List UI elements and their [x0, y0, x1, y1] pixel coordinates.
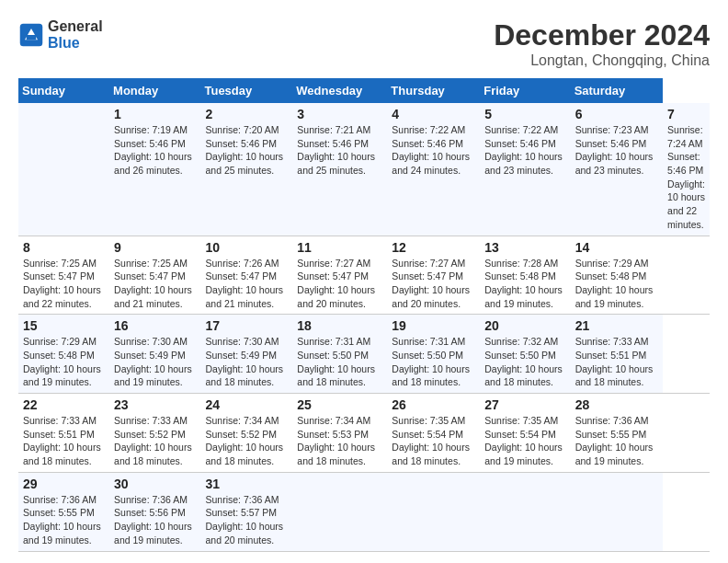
calendar-cell: 30Sunrise: 7:36 AM Sunset: 5:56 PM Dayli… — [109, 472, 200, 551]
calendar-cell: 20Sunrise: 7:32 AM Sunset: 5:50 PM Dayli… — [480, 315, 570, 394]
day-info: Sunrise: 7:33 AM Sunset: 5:51 PM Dayligh… — [23, 414, 105, 468]
day-info: Sunrise: 7:32 AM Sunset: 5:50 PM Dayligh… — [484, 335, 565, 389]
calendar-cell: 17Sunrise: 7:30 AM Sunset: 5:49 PM Dayli… — [200, 315, 292, 394]
calendar-cell — [292, 472, 387, 551]
day-info: Sunrise: 7:36 AM Sunset: 5:55 PM Dayligh… — [575, 414, 658, 468]
day-number: 31 — [205, 477, 288, 491]
day-number: 19 — [392, 318, 475, 333]
day-number: 18 — [297, 318, 382, 333]
day-info: Sunrise: 7:36 AM Sunset: 5:55 PM Dayligh… — [23, 493, 105, 547]
calendar-cell: 22Sunrise: 7:33 AM Sunset: 5:51 PM Dayli… — [18, 394, 109, 473]
day-number: 5 — [484, 107, 565, 121]
calendar-cell: 29Sunrise: 7:36 AM Sunset: 5:55 PM Dayli… — [18, 472, 109, 551]
day-info: Sunrise: 7:34 AM Sunset: 5:53 PM Dayligh… — [297, 414, 382, 468]
calendar-week-1: 1Sunrise: 7:19 AM Sunset: 5:46 PM Daylig… — [18, 103, 710, 236]
calendar-cell: 28Sunrise: 7:36 AM Sunset: 5:55 PM Dayli… — [571, 394, 663, 473]
day-info: Sunrise: 7:29 AM Sunset: 5:48 PM Dayligh… — [575, 257, 658, 311]
calendar-cell: 3Sunrise: 7:21 AM Sunset: 5:46 PM Daylig… — [292, 103, 387, 236]
page-header: General Blue December 2024 Longtan, Chon… — [18, 18, 710, 69]
day-info: Sunrise: 7:23 AM Sunset: 5:46 PM Dayligh… — [575, 123, 658, 178]
day-info: Sunrise: 7:25 AM Sunset: 5:47 PM Dayligh… — [114, 257, 196, 311]
calendar-cell: 11Sunrise: 7:27 AM Sunset: 5:47 PM Dayli… — [292, 236, 387, 315]
day-info: Sunrise: 7:30 AM Sunset: 5:49 PM Dayligh… — [205, 335, 288, 389]
day-info: Sunrise: 7:19 AM Sunset: 5:46 PM Dayligh… — [114, 123, 196, 178]
day-number: 23 — [114, 397, 196, 412]
day-number: 25 — [297, 397, 382, 412]
day-info: Sunrise: 7:26 AM Sunset: 5:47 PM Dayligh… — [205, 257, 288, 311]
calendar-cell: 26Sunrise: 7:35 AM Sunset: 5:54 PM Dayli… — [387, 394, 480, 473]
logo: General Blue — [18, 18, 103, 52]
calendar-cell: 31Sunrise: 7:36 AM Sunset: 5:57 PM Dayli… — [200, 472, 292, 551]
day-number: 1 — [114, 107, 196, 121]
day-info: Sunrise: 7:35 AM Sunset: 5:54 PM Dayligh… — [392, 414, 475, 468]
day-number: 8 — [23, 240, 105, 255]
day-number: 3 — [297, 107, 382, 121]
day-number: 12 — [392, 240, 475, 255]
calendar-cell: 10Sunrise: 7:26 AM Sunset: 5:47 PM Dayli… — [200, 236, 292, 315]
column-header-friday: Friday — [480, 78, 570, 103]
day-number: 9 — [114, 240, 196, 255]
calendar-cell: 13Sunrise: 7:28 AM Sunset: 5:48 PM Dayli… — [480, 236, 570, 315]
calendar-cell: 25Sunrise: 7:34 AM Sunset: 5:53 PM Dayli… — [292, 394, 387, 473]
location: Longtan, Chongqing, China — [494, 52, 710, 69]
calendar-cell: 1Sunrise: 7:19 AM Sunset: 5:46 PM Daylig… — [109, 103, 200, 236]
calendar-table: SundayMondayTuesdayWednesdayThursdayFrid… — [18, 78, 710, 552]
calendar-cell: 21Sunrise: 7:33 AM Sunset: 5:51 PM Dayli… — [571, 315, 663, 394]
day-info: Sunrise: 7:25 AM Sunset: 5:47 PM Dayligh… — [23, 257, 105, 311]
day-number: 28 — [575, 397, 658, 412]
day-number: 30 — [114, 477, 196, 491]
day-info: Sunrise: 7:36 AM Sunset: 5:56 PM Dayligh… — [114, 493, 196, 547]
column-header-tuesday: Tuesday — [200, 78, 292, 103]
day-info: Sunrise: 7:30 AM Sunset: 5:49 PM Dayligh… — [114, 335, 196, 389]
calendar-cell: 15Sunrise: 7:29 AM Sunset: 5:48 PM Dayli… — [18, 315, 109, 394]
day-info: Sunrise: 7:33 AM Sunset: 5:51 PM Dayligh… — [575, 335, 658, 389]
calendar-cell: 8Sunrise: 7:25 AM Sunset: 5:47 PM Daylig… — [18, 236, 109, 315]
day-number: 15 — [23, 318, 105, 333]
calendar-cell — [18, 103, 109, 236]
day-number: 16 — [114, 318, 196, 333]
calendar-cell: 9Sunrise: 7:25 AM Sunset: 5:47 PM Daylig… — [109, 236, 200, 315]
day-number: 17 — [205, 318, 288, 333]
month-title: December 2024 — [494, 18, 710, 52]
day-number: 24 — [205, 397, 288, 412]
calendar-cell: 16Sunrise: 7:30 AM Sunset: 5:49 PM Dayli… — [109, 315, 200, 394]
day-info: Sunrise: 7:33 AM Sunset: 5:52 PM Dayligh… — [114, 414, 196, 468]
calendar-week-3: 15Sunrise: 7:29 AM Sunset: 5:48 PM Dayli… — [18, 315, 710, 394]
day-number: 27 — [484, 397, 565, 412]
day-number: 11 — [297, 240, 382, 255]
day-number: 7 — [667, 107, 705, 121]
calendar-week-2: 8Sunrise: 7:25 AM Sunset: 5:47 PM Daylig… — [18, 236, 710, 315]
day-info: Sunrise: 7:31 AM Sunset: 5:50 PM Dayligh… — [392, 335, 475, 389]
day-info: Sunrise: 7:31 AM Sunset: 5:50 PM Dayligh… — [297, 335, 382, 389]
calendar-cell: 24Sunrise: 7:34 AM Sunset: 5:52 PM Dayli… — [200, 394, 292, 473]
column-header-wednesday: Wednesday — [292, 78, 387, 103]
column-header-monday: Monday — [109, 78, 200, 103]
day-info: Sunrise: 7:20 AM Sunset: 5:46 PM Dayligh… — [205, 123, 288, 178]
column-header-sunday: Sunday — [18, 78, 109, 103]
day-info: Sunrise: 7:28 AM Sunset: 5:48 PM Dayligh… — [484, 257, 565, 311]
calendar-cell: 4Sunrise: 7:22 AM Sunset: 5:46 PM Daylig… — [387, 103, 480, 236]
logo-icon — [18, 22, 44, 48]
day-info: Sunrise: 7:35 AM Sunset: 5:54 PM Dayligh… — [484, 414, 565, 468]
day-number: 13 — [484, 240, 565, 255]
day-info: Sunrise: 7:34 AM Sunset: 5:52 PM Dayligh… — [205, 414, 288, 468]
column-header-saturday: Saturday — [571, 78, 663, 103]
title-block: December 2024 Longtan, Chongqing, China — [494, 18, 710, 69]
calendar-cell: 6Sunrise: 7:23 AM Sunset: 5:46 PM Daylig… — [571, 103, 663, 236]
day-number: 14 — [575, 240, 658, 255]
day-number: 4 — [392, 107, 475, 121]
day-info: Sunrise: 7:29 AM Sunset: 5:48 PM Dayligh… — [23, 335, 105, 389]
day-info: Sunrise: 7:27 AM Sunset: 5:47 PM Dayligh… — [392, 257, 475, 311]
day-number: 6 — [575, 107, 658, 121]
day-info: Sunrise: 7:21 AM Sunset: 5:46 PM Dayligh… — [297, 123, 382, 178]
day-info: Sunrise: 7:22 AM Sunset: 5:46 PM Dayligh… — [484, 123, 565, 178]
calendar-cell: 2Sunrise: 7:20 AM Sunset: 5:46 PM Daylig… — [200, 103, 292, 236]
calendar-cell: 14Sunrise: 7:29 AM Sunset: 5:48 PM Dayli… — [571, 236, 663, 315]
calendar-cell: 23Sunrise: 7:33 AM Sunset: 5:52 PM Dayli… — [109, 394, 200, 473]
calendar-cell — [387, 472, 480, 551]
day-number: 26 — [392, 397, 475, 412]
calendar-header-row: SundayMondayTuesdayWednesdayThursdayFrid… — [18, 78, 710, 103]
day-number: 29 — [23, 477, 105, 491]
calendar-week-4: 22Sunrise: 7:33 AM Sunset: 5:51 PM Dayli… — [18, 394, 710, 473]
day-info: Sunrise: 7:27 AM Sunset: 5:47 PM Dayligh… — [297, 257, 382, 311]
